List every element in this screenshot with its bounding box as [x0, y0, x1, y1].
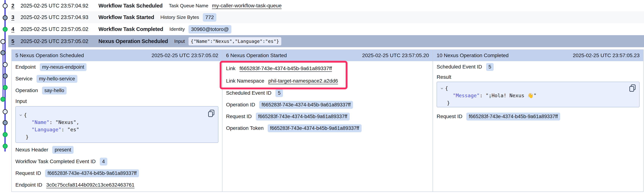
field-link-namespace: Link Namespace phil-target-namespace2.a2…: [226, 75, 429, 87]
json-key: "Language": [32, 127, 62, 132]
event-id-link[interactable]: 3: [11, 14, 14, 20]
completed-body: Scheduled Event ID 5 Result { "Message":…: [433, 61, 643, 122]
endpoint-badge: my-nexus-endpoint: [40, 63, 87, 71]
field-label: Link Namespace: [226, 78, 264, 84]
event-name: Workflow Task Scheduled: [98, 3, 163, 9]
completed-header-title: 10 Nexus Operation Completed: [436, 52, 508, 58]
json-line: {: [18, 111, 205, 119]
event-id-cell: 2: [11, 3, 20, 9]
event-id-link[interactable]: 5: [11, 38, 14, 44]
input-json-badge: {"Name":"Nexus","Language":"es"}: [188, 37, 281, 45]
event-timeline-rail: [0, 0, 8, 193]
event-row-2[interactable]: 2 2025-02-25 UTC 23:57:04.92 Workflow Ta…: [8, 0, 644, 11]
event-row-4[interactable]: 4 2025-02-25 UTC 23:57:05.02 Workflow Ta…: [8, 23, 644, 35]
field-wtc-event-id: Workflow Task Completed Event ID 4: [16, 156, 218, 167]
started-header-title: 6 Nexus Operation Started: [226, 52, 287, 58]
field-label: Operation ID: [226, 102, 255, 108]
event-status-dot-white: [3, 109, 8, 114]
event-timestamp: 2025-02-25 UTC 23:57:05.02: [20, 38, 98, 44]
operation-badge: say-hello: [42, 87, 66, 94]
event-id-link[interactable]: 2: [11, 3, 14, 8]
event-group-detail-panel: 5 Nexus Operation Scheduled 2025-02-25 U…: [11, 49, 644, 192]
link-namespace-link[interactable]: phil-target-namespace2.a2dd6: [268, 78, 338, 84]
event-attr-label: Input: [174, 38, 185, 44]
identity-badge: 30960@totoro@: [188, 25, 232, 33]
field-operation-id: Operation ID f665283f-743e-4374-b45b-9a6…: [226, 99, 429, 111]
field-label: Endpoint: [16, 64, 36, 70]
field-request-id: Request ID f665283f-743e-4374-b45b-9a61a…: [436, 111, 640, 122]
field-link: Link f665283f-743e-4374-b45b-9a61a89337f…: [226, 62, 429, 75]
event-name: Nexus Operation Scheduled: [98, 38, 168, 44]
field-scheduled-event-id: Scheduled Event ID 5: [226, 87, 429, 99]
completed-header-timestamp: 2025-02-25 UTC 23:57:05.23: [573, 52, 640, 58]
event-status-dot-green: [3, 27, 8, 32]
json-value: : "Nexus",: [50, 119, 80, 125]
json-value: : "es": [62, 127, 80, 132]
event-row-5-selected[interactable]: 5 2025-02-25 UTC 23:57:05.02 Nexus Opera…: [8, 35, 644, 47]
field-label: Nexus Header: [16, 147, 48, 153]
json-open-brace: {: [24, 112, 27, 118]
field-label: Request ID: [226, 114, 252, 119]
field-service: Service my-hello-service: [16, 73, 218, 85]
event-timestamp: 2025-02-25 UTC 23:57:04.93: [20, 14, 98, 20]
event-status-dot-white: [3, 62, 8, 67]
event-status-dot-gray: [0, 50, 6, 55]
field-label: Scheduled Event ID: [226, 90, 272, 96]
field-endpoint-id: Endpoint ID 3c0c75ccfa8144b092c13ce63246…: [16, 179, 218, 191]
event-row-3[interactable]: 3 2025-02-25 UTC 23:57:04.93 Workflow Ta…: [8, 11, 644, 23]
json-key: "Message": [453, 93, 480, 98]
event-status-dot-gray: [3, 120, 8, 125]
panel-column-completed: 10 Nexus Operation Completed 2025-02-25 …: [432, 50, 643, 192]
service-badge: my-hello-service: [36, 75, 78, 83]
scheduled-body: Endpoint my-nexus-endpoint Service my-he…: [12, 61, 222, 191]
event-id-cell: 5: [11, 38, 20, 44]
json-line: }: [18, 133, 205, 141]
json-key: "Name": [32, 119, 50, 125]
event-id-cell: 4: [11, 26, 20, 32]
completed-header: 10 Nexus Operation Completed 2025-02-25 …: [433, 50, 643, 61]
scheduled-event-id-badge: 5: [276, 89, 283, 97]
scheduled-event-id-badge: 5: [486, 63, 494, 71]
request-id-badge: f665283f-743e-4374-b45b-9a61a89337ff: [466, 113, 560, 121]
event-timestamp: 2025-02-25 UTC 23:57:05.02: [20, 26, 98, 32]
field-label: Link: [226, 66, 236, 71]
event-status-dot-white: [3, 3, 8, 8]
event-status-dot-green: [0, 97, 6, 102]
scheduled-header-timestamp: 2025-02-25 UTC 23:57:05.02: [152, 52, 218, 58]
field-label: Request ID: [16, 170, 41, 176]
operation-token-badge: f665283f-743e-4374-b45b-9a61a89337ff: [268, 124, 362, 132]
request-id-badge: f665283f-743e-4374-b45b-9a61a89337ff: [256, 113, 350, 121]
event-id-link[interactable]: 4: [11, 26, 14, 32]
event-id-cell: 3: [11, 14, 20, 20]
copy-icon[interactable]: [208, 110, 215, 118]
task-queue-link[interactable]: my-caller-workflow-task-queue: [212, 3, 282, 8]
started-header: 6 Nexus Operation Started 2025-02-25 UTC…: [222, 50, 433, 61]
request-id-badge: f665283f-743e-4374-b45b-9a61a89337ff: [45, 169, 139, 177]
result-label: Result: [436, 72, 640, 82]
event-attr-label: Identity: [170, 26, 185, 32]
field-nexus-header: Nexus Header present: [16, 144, 218, 156]
event-status-dot-green: [3, 85, 8, 90]
event-timestamp: 2025-02-25 UTC 23:57:04.92: [20, 3, 98, 9]
json-line: {: [440, 85, 626, 92]
json-line: }: [440, 99, 626, 107]
collapse-chevron-icon[interactable]: [18, 113, 23, 117]
field-label: Service: [16, 76, 32, 82]
event-name: Workflow Task Completed: [98, 26, 163, 32]
event-status-dot-gray: [3, 15, 8, 20]
event-status-dot-white: [0, 39, 6, 44]
copy-icon[interactable]: [629, 84, 636, 92]
field-operation: Operation say-hello: [16, 85, 218, 96]
link-link[interactable]: f665283f-743e-4374-b45b-9a61a89337ff: [240, 66, 332, 71]
json-open-brace: {: [445, 85, 448, 91]
collapse-chevron-icon[interactable]: [440, 86, 444, 90]
json-value: : "¡Hola! Nexus 👋": [480, 93, 536, 98]
field-label: Request ID: [436, 114, 462, 119]
event-attr-label: History Size Bytes: [160, 14, 199, 20]
field-label: Scheduled Event ID: [436, 64, 482, 70]
operation-id-badge: f665283f-743e-4374-b45b-9a61a89337ff: [259, 101, 353, 109]
field-endpoint: Endpoint my-nexus-endpoint: [16, 61, 218, 73]
event-name: Workflow Task Started: [98, 14, 154, 20]
endpoint-id-link[interactable]: 3c0c75ccfa8144b092c13ce632463761: [46, 182, 134, 188]
event-status-dot-green: [3, 144, 8, 149]
